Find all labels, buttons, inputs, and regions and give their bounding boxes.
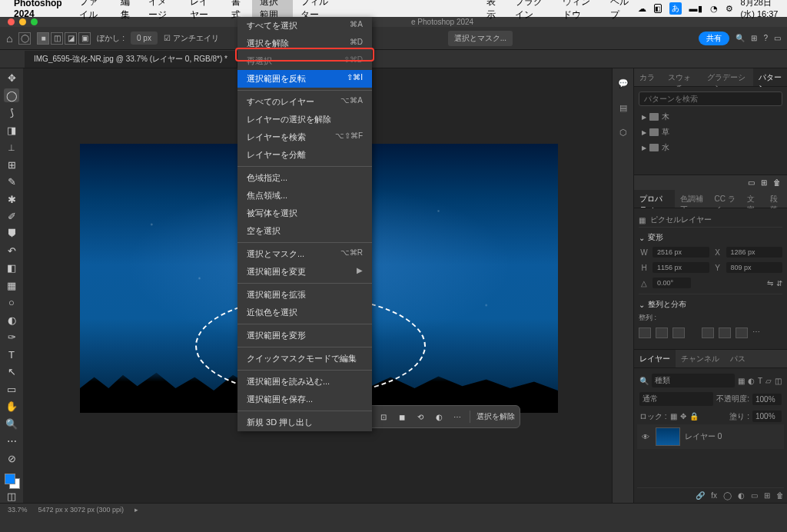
tool-preset[interactable]: ◯ [18, 32, 31, 45]
tab-cclibs[interactable]: CC ライ [709, 190, 742, 208]
fx-icon[interactable]: fx [711, 491, 717, 500]
fill-icon[interactable]: ◼ [396, 411, 408, 423]
link-layers-icon[interactable]: 🔗 [696, 491, 705, 500]
align-right[interactable] [672, 328, 685, 338]
blend-mode[interactable]: 通常 [639, 392, 713, 406]
align-left[interactable] [639, 328, 651, 338]
align-hcenter[interactable] [656, 328, 668, 338]
menu-item[interactable]: 新規 3D 押し出し [237, 414, 372, 431]
path-tool[interactable]: ↖ [4, 365, 19, 378]
angle-input[interactable]: 0.00° [653, 278, 691, 288]
home-icon[interactable]: ⌂ [6, 32, 12, 45]
menu-item[interactable]: 選択範囲を保存... [237, 391, 372, 408]
new-selection[interactable]: ■ [37, 32, 49, 45]
zoom-window[interactable] [31, 18, 38, 25]
comments-icon[interactable]: 💬 [616, 76, 630, 90]
align-vcenter[interactable] [719, 328, 731, 338]
minimize-window[interactable] [19, 18, 26, 25]
filter-adjust-icon[interactable]: ◐ [748, 377, 755, 385]
search-icon[interactable]: 🔍 [736, 34, 745, 42]
color-swatches[interactable] [5, 474, 18, 486]
menu-layer[interactable]: レイヤー [182, 0, 224, 24]
selection-tool[interactable]: ◨ [4, 123, 19, 136]
marquee-tool[interactable]: ◯ [4, 88, 19, 101]
eyedropper-tool[interactable]: ✎ [4, 175, 19, 188]
panel-toggle-icon[interactable]: ▭ [774, 34, 781, 42]
menu-image[interactable]: イメージ [141, 0, 182, 24]
y-input[interactable]: 809 px [726, 262, 783, 273]
tab-layers[interactable]: レイヤー [634, 350, 676, 367]
fill-input[interactable]: 100% [752, 411, 782, 422]
layer-name[interactable]: レイヤー 0 [685, 431, 722, 442]
tree-node[interactable]: ▶水 [639, 140, 782, 155]
menu-item[interactable]: 選択範囲を読み込む... [237, 373, 372, 391]
clock[interactable]: 8月28日(水) 16:37 [741, 0, 781, 20]
tab-character[interactable]: 文字 [742, 190, 764, 208]
trash-icon[interactable]: 🗑 [773, 178, 781, 187]
mask-icon[interactable]: ◯ [723, 491, 732, 500]
adjustment-icon[interactable]: ◐ [738, 491, 745, 500]
control-center-icon[interactable]: ⚙ [726, 4, 733, 14]
select-and-mask-button[interactable]: 選択とマスク... [448, 31, 513, 46]
menu-item[interactable]: 再選択⇧⌘D [237, 52, 372, 70]
spotlight-icon[interactable]: ◧ [654, 4, 662, 13]
pattern-search-input[interactable] [639, 91, 782, 106]
menu-item[interactable]: 被写体を選択 [237, 204, 372, 222]
feather-value[interactable]: 0 px [131, 32, 158, 45]
menu-item[interactable]: すべてを選択⌘A [237, 17, 372, 35]
align-top[interactable] [702, 328, 714, 338]
pen-tool[interactable]: ✑ [4, 331, 19, 344]
delete-layer-icon[interactable]: 🗑 [776, 491, 784, 500]
add-selection[interactable]: ◫ [51, 32, 63, 45]
layer-filter-kind[interactable]: 種類 [652, 374, 735, 387]
transform-icon[interactable]: ⟲ [414, 411, 427, 423]
filter-smart-icon[interactable]: ◫ [775, 377, 782, 385]
menu-item[interactable]: レイヤーを検索⌥⇧⌘F [237, 128, 372, 146]
tab-paragraph[interactable]: 段落 [765, 190, 787, 208]
ime-icon[interactable]: あ [669, 2, 682, 15]
tab-patterns[interactable]: パターン [753, 68, 787, 86]
tab-properties[interactable]: プロパティ [634, 190, 675, 208]
tab-paths[interactable]: パス [725, 350, 751, 367]
antialias-checkbox[interactable]: ☑ アンチエイリ [164, 33, 219, 44]
more-icon[interactable]: ⋯ [451, 411, 463, 423]
new-item-icon[interactable]: ⊞ [761, 178, 767, 187]
menu-window[interactable]: ウィンドウ [555, 0, 603, 24]
workspace-icon[interactable]: ⊞ [751, 34, 757, 42]
menu-item[interactable]: クイックマスクモードで編集 [237, 350, 372, 367]
flip-v-icon[interactable]: ⇵ [776, 279, 782, 288]
healing-tool[interactable]: ✱ [4, 192, 19, 205]
crop-tool[interactable]: ⟂ [4, 141, 19, 154]
menu-file[interactable]: ファイル [71, 0, 113, 24]
edit-toolbar[interactable]: ⋯ [4, 434, 19, 447]
visibility-icon[interactable]: 👁 [640, 433, 651, 441]
group-icon[interactable]: ▭ [751, 491, 758, 500]
rectangle-tool[interactable]: ▭ [4, 382, 19, 395]
quickmask-toggle[interactable]: ◫ [4, 490, 19, 503]
align-accordion[interactable]: ⌄整列と分布 [639, 298, 782, 311]
menu-item[interactable]: 色域指定... [237, 169, 372, 187]
menu-item[interactable]: レイヤーを分離 [237, 146, 372, 164]
app-name[interactable]: Photoshop 2024 [6, 0, 71, 22]
align-more-icon[interactable]: ⋯ [752, 328, 760, 338]
invert-icon[interactable]: ◐ [433, 411, 445, 423]
menu-item[interactable]: すべてのレイヤー⌥⌘A [237, 93, 372, 111]
height-input[interactable]: 1156 px [653, 262, 709, 273]
layer-thumbnail[interactable] [656, 427, 680, 446]
cloud-icon[interactable]: ☁ [638, 4, 646, 14]
tab-swatches[interactable]: スウォッチ [662, 68, 702, 86]
lock-position-icon[interactable]: ✥ [680, 412, 686, 421]
blur-tool[interactable]: ○ [4, 296, 19, 309]
tree-node[interactable]: ▶草 [639, 125, 782, 140]
battery-icon[interactable]: ▬▮ [689, 4, 702, 14]
align-bottom[interactable] [736, 328, 748, 338]
gradient-tool[interactable]: ▦ [4, 279, 19, 292]
opacity-input[interactable]: 100% [752, 394, 782, 405]
width-input[interactable]: 2516 px [653, 247, 709, 258]
libraries-icon[interactable]: ▤ [616, 101, 630, 115]
new-folder-icon[interactable]: ▭ [748, 178, 755, 187]
tab-channels[interactable]: チャンネル [676, 350, 725, 367]
close-window[interactable] [8, 18, 15, 25]
hand-tool[interactable]: ✋ [4, 400, 19, 413]
stamp-tool[interactable]: ⛊ [4, 227, 19, 240]
